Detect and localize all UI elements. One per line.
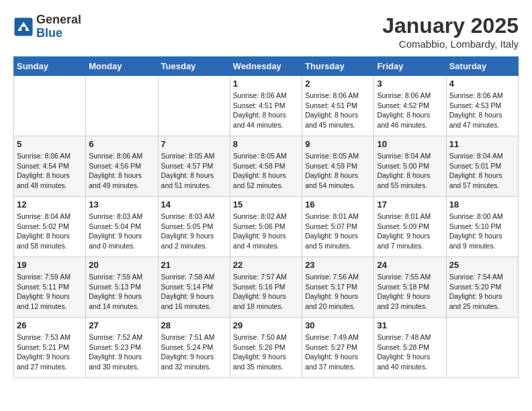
day-info: Sunrise: 7:49 AM Sunset: 5:27 PM Dayligh…	[305, 332, 371, 372]
calendar-day-cell: 17Sunrise: 8:01 AM Sunset: 5:09 PM Dayli…	[374, 197, 446, 257]
day-number: 17	[377, 199, 443, 210]
calendar-day-cell: 12Sunrise: 8:04 AM Sunset: 5:02 PM Dayli…	[14, 197, 86, 257]
day-number: 12	[17, 199, 83, 210]
calendar-day-cell: 5Sunrise: 8:06 AM Sunset: 4:54 PM Daylig…	[14, 136, 86, 197]
weekday-header: Monday	[86, 57, 158, 76]
day-info: Sunrise: 7:53 AM Sunset: 5:21 PM Dayligh…	[17, 332, 83, 372]
day-number: 21	[161, 260, 227, 270]
day-info: Sunrise: 8:02 AM Sunset: 5:06 PM Dayligh…	[233, 212, 299, 251]
calendar-day-cell: 1Sunrise: 8:06 AM Sunset: 4:51 PM Daylig…	[230, 76, 302, 136]
day-info: Sunrise: 8:05 AM Sunset: 4:59 PM Dayligh…	[305, 151, 371, 191]
day-info: Sunrise: 8:04 AM Sunset: 5:02 PM Dayligh…	[17, 212, 83, 251]
weekday-header: Thursday	[302, 57, 374, 76]
day-number: 22	[233, 260, 299, 270]
calendar-day-cell: 31Sunrise: 7:48 AM Sunset: 5:28 PM Dayli…	[374, 318, 446, 378]
calendar-day-cell	[14, 76, 86, 136]
calendar-day-cell: 20Sunrise: 7:59 AM Sunset: 5:13 PM Dayli…	[86, 257, 158, 318]
day-info: Sunrise: 8:06 AM Sunset: 4:54 PM Dayligh…	[17, 151, 83, 191]
weekday-header: Sunday	[14, 57, 86, 76]
calendar-day-cell: 27Sunrise: 7:52 AM Sunset: 5:23 PM Dayli…	[86, 318, 158, 378]
calendar-day-cell	[86, 76, 158, 136]
calendar-day-cell: 2Sunrise: 8:06 AM Sunset: 4:51 PM Daylig…	[302, 76, 374, 136]
day-info: Sunrise: 7:51 AM Sunset: 5:24 PM Dayligh…	[161, 332, 227, 372]
day-info: Sunrise: 8:04 AM Sunset: 5:01 PM Dayligh…	[449, 151, 515, 191]
calendar-day-cell: 11Sunrise: 8:04 AM Sunset: 5:01 PM Dayli…	[446, 136, 518, 197]
calendar-day-cell: 14Sunrise: 8:03 AM Sunset: 5:05 PM Dayli…	[158, 197, 230, 257]
calendar-day-cell: 15Sunrise: 8:02 AM Sunset: 5:06 PM Dayli…	[230, 197, 302, 257]
calendar-day-cell: 22Sunrise: 7:57 AM Sunset: 5:16 PM Dayli…	[230, 257, 302, 318]
calendar-day-cell: 25Sunrise: 7:54 AM Sunset: 5:20 PM Dayli…	[446, 257, 518, 318]
day-info: Sunrise: 8:00 AM Sunset: 5:10 PM Dayligh…	[449, 212, 515, 251]
day-info: Sunrise: 8:03 AM Sunset: 5:04 PM Dayligh…	[89, 212, 154, 251]
svg-rect-2	[21, 27, 26, 32]
day-number: 10	[377, 139, 443, 149]
day-number: 5	[17, 139, 83, 149]
day-number: 6	[89, 139, 154, 149]
day-info: Sunrise: 8:06 AM Sunset: 4:52 PM Dayligh…	[377, 91, 443, 130]
day-info: Sunrise: 7:59 AM Sunset: 5:11 PM Dayligh…	[17, 272, 83, 312]
calendar-day-cell: 26Sunrise: 7:53 AM Sunset: 5:21 PM Dayli…	[14, 318, 86, 378]
day-info: Sunrise: 7:56 AM Sunset: 5:17 PM Dayligh…	[305, 272, 371, 312]
day-info: Sunrise: 8:01 AM Sunset: 5:09 PM Dayligh…	[377, 212, 443, 251]
day-number: 30	[305, 320, 371, 330]
day-info: Sunrise: 8:05 AM Sunset: 4:58 PM Dayligh…	[233, 151, 299, 191]
day-info: Sunrise: 8:01 AM Sunset: 5:07 PM Dayligh…	[305, 212, 371, 251]
calendar-day-cell: 7Sunrise: 8:05 AM Sunset: 4:57 PM Daylig…	[158, 136, 230, 197]
day-info: Sunrise: 7:54 AM Sunset: 5:20 PM Dayligh…	[449, 272, 515, 312]
weekday-header: Friday	[374, 57, 446, 76]
day-number: 15	[233, 199, 299, 210]
day-info: Sunrise: 8:03 AM Sunset: 5:05 PM Dayligh…	[161, 212, 227, 251]
calendar-day-cell: 6Sunrise: 8:06 AM Sunset: 4:56 PM Daylig…	[86, 136, 158, 197]
calendar-day-cell: 10Sunrise: 8:04 AM Sunset: 5:00 PM Dayli…	[374, 136, 446, 197]
day-number: 23	[305, 260, 371, 270]
day-number: 26	[17, 320, 83, 330]
day-number: 19	[17, 260, 83, 270]
weekday-header: Tuesday	[158, 57, 230, 76]
day-number: 3	[377, 79, 443, 89]
title-block: January 2025 Comabbio, Lombardy, Italy	[382, 13, 519, 50]
calendar-day-cell: 24Sunrise: 7:55 AM Sunset: 5:18 PM Dayli…	[374, 257, 446, 318]
calendar-day-cell: 29Sunrise: 7:50 AM Sunset: 5:26 PM Dayli…	[230, 318, 302, 378]
day-info: Sunrise: 7:55 AM Sunset: 5:18 PM Dayligh…	[377, 272, 443, 312]
day-info: Sunrise: 8:06 AM Sunset: 4:51 PM Dayligh…	[233, 91, 299, 130]
day-number: 24	[377, 260, 443, 270]
day-number: 11	[449, 139, 515, 149]
day-info: Sunrise: 8:05 AM Sunset: 4:57 PM Dayligh…	[161, 151, 227, 191]
calendar-week-row: 1Sunrise: 8:06 AM Sunset: 4:51 PM Daylig…	[14, 76, 519, 136]
calendar-day-cell: 13Sunrise: 8:03 AM Sunset: 5:04 PM Dayli…	[86, 197, 158, 257]
day-number: 8	[233, 139, 299, 149]
calendar-day-cell: 4Sunrise: 8:06 AM Sunset: 4:53 PM Daylig…	[446, 76, 518, 136]
day-info: Sunrise: 7:50 AM Sunset: 5:26 PM Dayligh…	[233, 332, 299, 372]
day-number: 1	[233, 79, 299, 89]
location-subtitle: Comabbio, Lombardy, Italy	[382, 38, 519, 50]
day-info: Sunrise: 8:06 AM Sunset: 4:51 PM Dayligh…	[305, 91, 371, 130]
day-info: Sunrise: 7:52 AM Sunset: 5:23 PM Dayligh…	[89, 332, 154, 372]
page-header: General Blue January 2025 Comabbio, Lomb…	[13, 13, 519, 50]
calendar-week-row: 12Sunrise: 8:04 AM Sunset: 5:02 PM Dayli…	[14, 197, 519, 257]
calendar-day-cell: 30Sunrise: 7:49 AM Sunset: 5:27 PM Dayli…	[302, 318, 374, 378]
calendar-day-cell: 23Sunrise: 7:56 AM Sunset: 5:17 PM Dayli…	[302, 257, 374, 318]
calendar-header-row: SundayMondayTuesdayWednesdayThursdayFrid…	[14, 57, 519, 76]
logo-general: General	[36, 13, 81, 26]
day-number: 27	[89, 320, 154, 330]
calendar-day-cell: 16Sunrise: 8:01 AM Sunset: 5:07 PM Dayli…	[302, 197, 374, 257]
day-number: 4	[449, 79, 515, 89]
day-number: 31	[377, 320, 443, 330]
logo-text: General Blue	[36, 13, 81, 40]
day-info: Sunrise: 7:48 AM Sunset: 5:28 PM Dayligh…	[377, 332, 443, 372]
day-number: 14	[161, 199, 227, 210]
calendar-day-cell	[446, 318, 518, 378]
logo-icon	[13, 17, 34, 37]
weekday-header: Saturday	[446, 57, 518, 76]
calendar-day-cell: 18Sunrise: 8:00 AM Sunset: 5:10 PM Dayli…	[446, 197, 518, 257]
day-number: 2	[305, 79, 371, 89]
calendar-day-cell: 8Sunrise: 8:05 AM Sunset: 4:58 PM Daylig…	[230, 136, 302, 197]
month-title: January 2025	[382, 13, 519, 38]
calendar-week-row: 19Sunrise: 7:59 AM Sunset: 5:11 PM Dayli…	[14, 257, 519, 318]
day-info: Sunrise: 8:04 AM Sunset: 5:00 PM Dayligh…	[377, 151, 443, 191]
day-number: 13	[89, 199, 154, 210]
weekday-header: Wednesday	[230, 57, 302, 76]
day-number: 16	[305, 199, 371, 210]
calendar-table: SundayMondayTuesdayWednesdayThursdayFrid…	[13, 56, 519, 378]
calendar-day-cell: 19Sunrise: 7:59 AM Sunset: 5:11 PM Dayli…	[14, 257, 86, 318]
